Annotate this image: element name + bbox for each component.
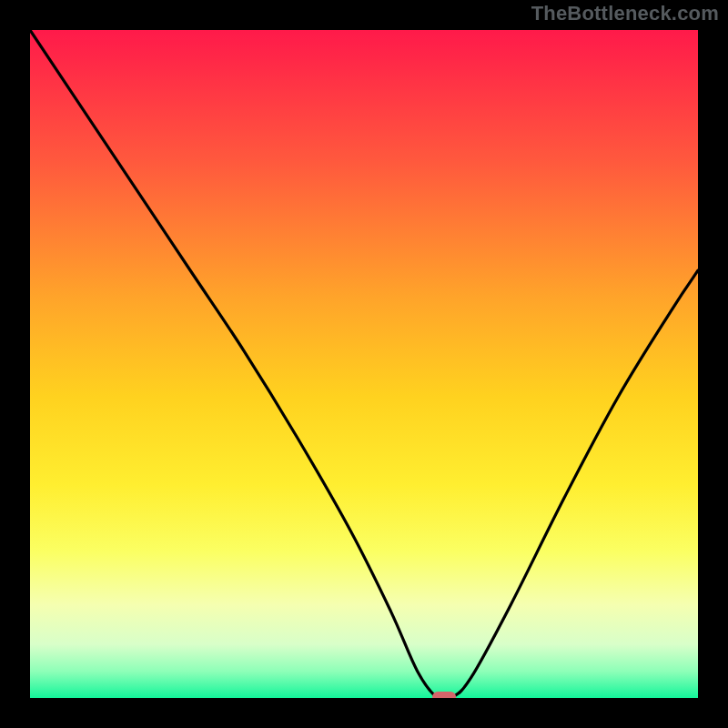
gradient-backdrop xyxy=(30,30,698,698)
optimal-marker xyxy=(432,692,456,698)
chart-svg xyxy=(30,30,698,698)
chart-frame: TheBottleneck.com xyxy=(0,0,728,728)
watermark-text: TheBottleneck.com xyxy=(531,2,719,25)
plot-area xyxy=(30,30,698,698)
